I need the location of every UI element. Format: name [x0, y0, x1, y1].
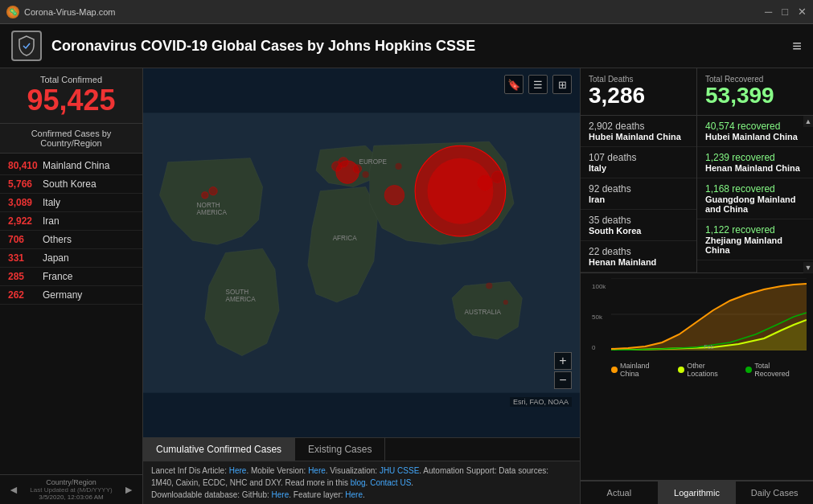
chart-tab-actual[interactable]: Actual — [581, 481, 659, 504]
deaths-recovered-scroll: 2,902 deathsHubei Mainland China107 deat… — [581, 116, 813, 273]
death-count: 92 deaths — [589, 183, 688, 195]
recovered-location: Zhejiang Mainland China — [705, 236, 805, 255]
country-item[interactable]: 2,922Iran — [0, 212, 142, 231]
death-item: 2,902 deathsHubei Mainland China — [581, 116, 696, 147]
total-confirmed-number: 95,425 — [8, 84, 134, 117]
recovered-item: 1,239 recoveredHenan Mainland China — [697, 147, 813, 178]
legend-item: Mainland China — [611, 362, 670, 378]
svg-text:Feb: Feb — [704, 343, 714, 350]
death-location: Hubei Mainland China — [589, 132, 688, 141]
total-confirmed-box: Total Confirmed 95,425 — [0, 68, 142, 124]
svg-point-6 — [491, 171, 503, 182]
nav-left-arrow[interactable]: ◄ — [5, 483, 23, 496]
country-item[interactable]: 5,766South Korea — [0, 175, 142, 194]
last-updated-value: 3/5/2020, 12:03:06 AM — [23, 494, 120, 501]
map-area: NORTH AMERICA SOUTH AMERICA AFRICA AUSTR… — [143, 68, 580, 504]
death-item: 35 deathsSouth Korea — [581, 210, 696, 241]
zoom-in-button[interactable]: + — [554, 352, 572, 370]
legend-label: Total Recovered — [754, 362, 807, 378]
close-button[interactable]: ✕ — [798, 6, 807, 18]
info-text: Lancet Inf Dis Article: Here. Mobile Ver… — [151, 466, 548, 499]
app-header: Coronavirus COVID-19 Global Cases by Joh… — [0, 24, 813, 68]
death-count: 35 deaths — [589, 215, 688, 226]
legend-item: Total Recovered — [745, 362, 807, 378]
recovered-count: 40,574 recovered — [705, 121, 805, 132]
chart-y-labels: 100k 50k 0 — [592, 283, 606, 351]
country-list: 80,410Mainland China5,766South Korea3,08… — [0, 154, 142, 474]
country-item[interactable]: 262Germany — [0, 286, 142, 305]
scroll-down-button[interactable]: ▼ — [803, 262, 813, 273]
svg-point-10 — [202, 192, 208, 199]
svg-point-4 — [384, 185, 404, 205]
map-controls[interactable]: 🔖 ☰ ⊞ — [504, 75, 572, 94]
y-label-50k: 50k — [592, 313, 606, 321]
country-item[interactable]: 706Others — [0, 231, 142, 249]
death-count: 107 deaths — [589, 152, 688, 163]
legend-dot — [745, 367, 752, 373]
deaths-number: 3,286 — [589, 84, 688, 109]
death-item: 107 deathsItaly — [581, 147, 696, 178]
grid-view-button[interactable]: ⊞ — [552, 75, 572, 94]
legend-item: Other Locations — [678, 362, 737, 378]
zoom-out-button[interactable]: − — [554, 371, 572, 389]
svg-text:NORTH: NORTH — [197, 202, 220, 209]
death-item: 22 deathsHenan Mainland — [581, 241, 696, 272]
deaths-col: 2,902 deathsHubei Mainland China107 deat… — [581, 116, 697, 272]
chart-area: 100k 50k 0 — [581, 273, 813, 481]
death-count: 22 deaths — [589, 246, 688, 257]
country-count: 2,922 — [8, 215, 39, 227]
country-item[interactable]: 80,410Mainland China — [0, 157, 142, 175]
chart-bottom-tabs[interactable]: ActualLogarithmicDaily Cases — [581, 481, 813, 504]
app-name: Corona-Virus-Map.com — [24, 7, 116, 17]
map-tab-1[interactable]: Existing Cases — [295, 438, 385, 461]
country-item[interactable]: 331Japan — [0, 249, 142, 268]
country-count: 5,766 — [8, 178, 39, 190]
shield-icon — [18, 35, 35, 56]
country-name: Mainland China — [43, 160, 109, 171]
svg-text:EUROPE: EUROPE — [359, 158, 387, 166]
country-count: 3,089 — [8, 197, 39, 208]
death-location: Italy — [589, 163, 688, 173]
minimize-button[interactable]: ─ — [765, 6, 772, 18]
svg-point-9 — [209, 187, 217, 195]
shield-logo — [11, 31, 42, 61]
window-controls[interactable]: ─ □ ✕ — [765, 6, 807, 18]
deaths-box: Total Deaths 3,286 — [581, 68, 697, 115]
map-container[interactable]: NORTH AMERICA SOUTH AMERICA AFRICA AUSTR… — [143, 68, 580, 437]
scroll-up-button[interactable]: ▲ — [803, 116, 813, 127]
svg-point-14 — [486, 282, 492, 289]
bookmark-button[interactable]: 🔖 — [504, 75, 524, 94]
list-view-button[interactable]: ☰ — [528, 75, 548, 94]
maximize-button[interactable]: □ — [782, 6, 788, 18]
country-name: Japan — [43, 252, 69, 264]
svg-point-8 — [339, 158, 348, 167]
svg-point-15 — [503, 300, 508, 305]
map-tab-0[interactable]: Cumulative Confirmed Cases — [143, 438, 295, 461]
chart-tab-logarithmic[interactable]: Logarithmic — [659, 481, 737, 504]
recovered-count: 1,122 recovered — [705, 224, 805, 236]
country-item[interactable]: 285France — [0, 268, 142, 286]
chart-tab-daily-cases[interactable]: Daily Cases — [736, 481, 813, 504]
svg-text:SOUTH: SOUTH — [225, 289, 248, 296]
world-map-svg: NORTH AMERICA SOUTH AMERICA AFRICA AUSTR… — [143, 68, 580, 437]
svg-point-13 — [396, 163, 402, 170]
chart-container: 100k 50k 0 — [587, 278, 807, 359]
hamburger-menu[interactable]: ≡ — [792, 37, 802, 55]
y-label-0: 0 — [592, 344, 606, 351]
country-count: 706 — [8, 234, 39, 245]
recovered-count: 1,168 recovered — [705, 183, 805, 195]
recovered-item: 1,168 recoveredGuangdong Mainland and Ch… — [697, 178, 813, 219]
recovered-location: Hubei Mainland China — [705, 132, 805, 141]
header-left: Coronavirus COVID-19 Global Cases by Joh… — [11, 31, 475, 61]
death-location: South Korea — [589, 226, 688, 236]
stats-row: Total Deaths 3,286 Total Recovered 53,39… — [581, 68, 813, 116]
death-location: Iran — [589, 195, 688, 204]
zoom-controls[interactable]: + − — [554, 352, 572, 389]
chart-svg: Feb — [611, 278, 807, 350]
app-title: Coronavirus COVID-19 Global Cases by Joh… — [51, 38, 475, 55]
nav-right-arrow[interactable]: ► — [120, 483, 138, 496]
country-item[interactable]: 3,089Italy — [0, 194, 142, 212]
legend-label: Mainland China — [620, 362, 670, 378]
country-list-header: Confirmed Cases by Country/Region — [0, 124, 142, 154]
country-name: South Korea — [43, 178, 96, 190]
